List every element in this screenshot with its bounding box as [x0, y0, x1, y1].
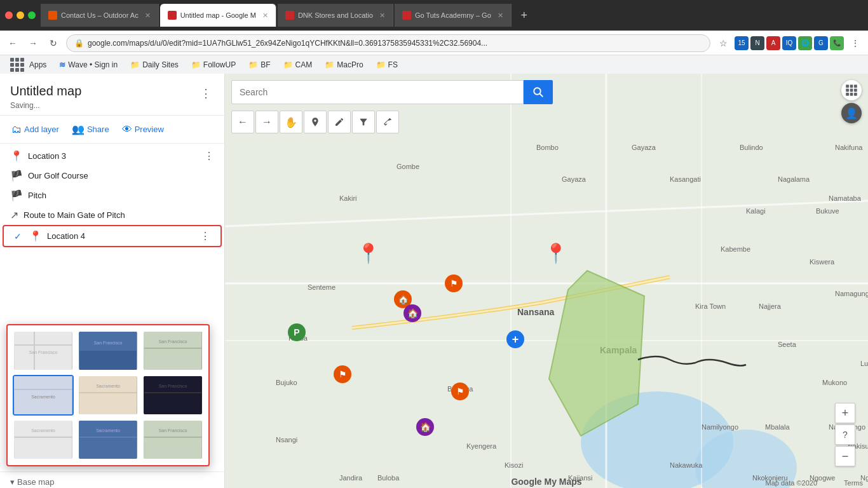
- forward-button[interactable]: →: [25, 36, 41, 51]
- google-apps-icon[interactable]: [841, 80, 862, 100]
- svg-text:Sacramento: Sacramento: [96, 428, 120, 433]
- measure-tool-button[interactable]: [376, 111, 399, 133]
- layer-item-route[interactable]: ↗ Route to Main Gate of Pitch: [0, 205, 224, 225]
- sidebar-menu-button[interactable]: ⋮: [198, 84, 214, 103]
- svg-text:Senteme: Senteme: [308, 283, 336, 291]
- tab-label: Contact Us – Outdoor Ac: [61, 11, 139, 19]
- close-button[interactable]: [5, 11, 13, 19]
- maximize-button[interactable]: [28, 11, 36, 19]
- svg-text:Mukono: Mukono: [822, 379, 847, 386]
- map-style-item-9[interactable]: San Francisco: [142, 419, 203, 460]
- location4-checkmark: ✓: [14, 231, 22, 241]
- draw-tool-button[interactable]: [328, 111, 351, 133]
- share-button[interactable]: 👥 Share: [65, 118, 116, 140]
- browser-menu-icon[interactable]: ⋮: [848, 36, 863, 51]
- map-style-preview-6: San Francisco: [144, 376, 202, 414]
- map-style-item-7[interactable]: Sacramento: [13, 419, 74, 460]
- bookmark-apps[interactable]: Apps: [5, 57, 51, 73]
- tab-close-button[interactable]: ✕: [379, 11, 385, 20]
- address-bar: ← → ↻ 🔒 google.com/maps/d/u/0/edit?mid=1…: [0, 30, 868, 55]
- map-style-item-6[interactable]: San Francisco: [142, 375, 203, 416]
- preview-button[interactable]: 👁 Preview: [116, 119, 170, 140]
- svg-rect-7: [144, 332, 201, 370]
- map-style-item-3[interactable]: San Francisco: [142, 330, 203, 371]
- svg-text:Bulenga: Bulenga: [447, 385, 473, 393]
- redo-button[interactable]: →: [255, 111, 278, 133]
- zoom-out-button[interactable]: −: [835, 446, 855, 466]
- location4-more-icon[interactable]: ⋮: [200, 230, 210, 242]
- folder-icon: 📁: [283, 60, 293, 69]
- google-account-icon[interactable]: 👤: [841, 103, 862, 123]
- bookmark-cam[interactable]: 📁 CAM: [278, 59, 318, 71]
- map-style-grid: San Francisco San Francisco: [13, 330, 203, 460]
- url-bar[interactable]: 🔒 google.com/maps/d/u/0/edit?mid=1UA7hGL…: [66, 34, 710, 52]
- bookmark-label: MacPro: [337, 60, 363, 69]
- tab-close-button[interactable]: ✕: [498, 11, 503, 20]
- layer-more-icon[interactable]: ⋮: [204, 150, 214, 162]
- refresh-button[interactable]: ↻: [46, 36, 61, 51]
- bookmark-label: FollowUP: [203, 60, 236, 69]
- undo-button[interactable]: ←: [231, 111, 254, 133]
- map-style-item-4[interactable]: Sacramento: [13, 375, 74, 416]
- map-style-item-5[interactable]: Sacramento: [78, 375, 139, 416]
- layer-item-location4[interactable]: ✓ 📍 Location 4 ⋮: [3, 225, 222, 247]
- map-style-item-8[interactable]: Sacramento: [78, 419, 139, 460]
- layer-item-location3[interactable]: 📍 Location 3 ⋮: [0, 146, 224, 166]
- minimize-button[interactable]: [17, 11, 24, 19]
- add-layer-button[interactable]: 🗂 Add layer: [5, 119, 65, 140]
- svg-text:Nakifuna: Nakifuna: [835, 144, 863, 151]
- svg-rect-19: [15, 421, 72, 459]
- svg-rect-25: [144, 421, 201, 459]
- base-map-toggle[interactable]: ▾ Base map: [10, 477, 214, 487]
- ext-icon-6[interactable]: G: [814, 36, 828, 50]
- bookmark-fs[interactable]: 📁 FS: [371, 59, 403, 71]
- share-icon: 👥: [72, 123, 85, 135]
- marker-tool-button[interactable]: [304, 111, 327, 133]
- bookmark-macpro[interactable]: 📁 MacPro: [320, 59, 368, 71]
- map-terms-link[interactable]: Terms: [844, 479, 863, 487]
- bookmark-star-icon[interactable]: ☆: [715, 36, 731, 51]
- svg-text:Kira Town: Kira Town: [695, 302, 726, 310]
- filter-tool-button[interactable]: [352, 111, 375, 133]
- ext-icon-1[interactable]: 15: [735, 36, 749, 50]
- map-style-item-1[interactable]: San Francisco: [13, 330, 74, 371]
- bookmark-wave[interactable]: ≋ Wave • Sign in: [54, 59, 123, 71]
- ext-icon-7[interactable]: 📞: [830, 36, 844, 50]
- map-search-input[interactable]: [231, 80, 524, 104]
- new-tab-button[interactable]: +: [513, 4, 536, 27]
- zoom-help-button[interactable]: ?: [835, 424, 855, 445]
- tab-untitled-map[interactable]: Untitled map - Google M ✕: [160, 4, 276, 27]
- svg-text:Sacramento: Sacramento: [96, 384, 120, 388]
- folder-icon: 📁: [376, 60, 386, 69]
- bookmark-daily-sites[interactable]: 📁 Daily Sites: [125, 59, 184, 71]
- bookmarks-bar: Apps ≋ Wave • Sign in 📁 Daily Sites 📁 Fo…: [0, 55, 868, 74]
- layer-item-pitch[interactable]: 🏴 Pitch: [0, 186, 224, 205]
- style-preview-svg: Sacramento: [79, 376, 137, 414]
- svg-text:Mbalala: Mbalala: [765, 423, 790, 431]
- bookmark-bf[interactable]: 📁 BF: [243, 59, 275, 71]
- bookmark-followup[interactable]: 📁 FollowUP: [186, 59, 241, 71]
- pan-tool-button[interactable]: ✋: [280, 111, 302, 133]
- svg-text:Kisozi: Kisozi: [505, 461, 523, 469]
- marker-tool-icon: [310, 117, 320, 127]
- tab-dnk-stores[interactable]: DNK Stores and Locatio ✕: [278, 4, 393, 27]
- ext-icon-2[interactable]: N: [750, 36, 764, 50]
- bookmark-label: Daily Sites: [142, 60, 179, 69]
- tab-close-button[interactable]: ✕: [262, 11, 268, 20]
- tab-favicon: [402, 11, 411, 20]
- tab-close-button[interactable]: ✕: [145, 11, 151, 20]
- map-search-button[interactable]: [524, 80, 553, 104]
- layer-item-golf-course[interactable]: 🏴 Our Golf Course: [0, 166, 224, 186]
- ext-icon-3[interactable]: A: [766, 36, 780, 50]
- map-style-item-2[interactable]: San Francisco: [78, 330, 139, 371]
- tab-go-tuts[interactable]: Go Tuts Academny – Go ✕: [395, 4, 512, 27]
- zoom-in-button[interactable]: +: [835, 403, 855, 423]
- ext-icon-4[interactable]: IQ: [782, 36, 796, 50]
- svg-text:Kalagi: Kalagi: [746, 207, 766, 215]
- apps-label: Apps: [29, 60, 46, 69]
- ext-icon-5[interactable]: 🌐: [798, 36, 812, 50]
- sidebar-header: Untitled map Saving... ⋮: [0, 74, 224, 115]
- extensions-area: 15 N A IQ 🌐 G 📞: [735, 36, 844, 50]
- tab-contact-us[interactable]: Contact Us – Outdoor Ac ✕: [41, 4, 159, 27]
- back-button[interactable]: ←: [5, 36, 20, 51]
